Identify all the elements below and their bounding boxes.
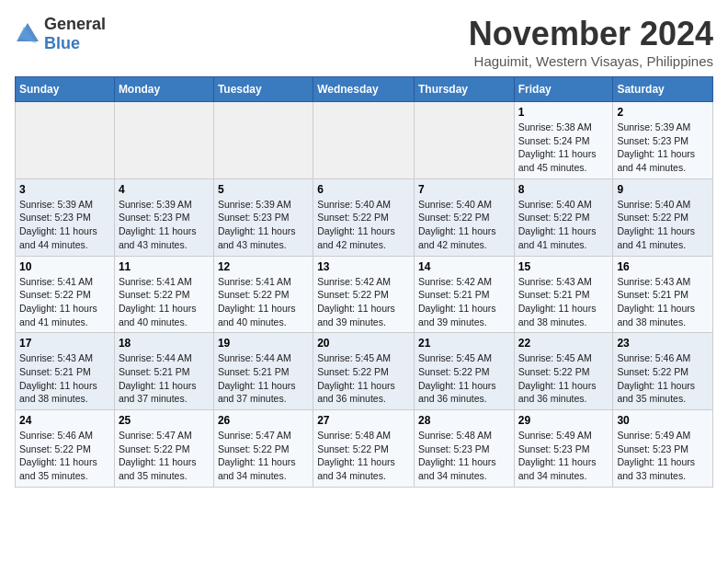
day-info: Sunrise: 5:49 AM Sunset: 5:23 PM Dayligh… <box>617 429 709 483</box>
day-info: Sunrise: 5:40 AM Sunset: 5:22 PM Dayligh… <box>317 198 410 252</box>
day-info: Sunrise: 5:41 AM Sunset: 5:22 PM Dayligh… <box>19 275 110 329</box>
day-info: Sunrise: 5:44 AM Sunset: 5:21 PM Dayligh… <box>218 351 309 406</box>
calendar-week-3: 10Sunrise: 5:41 AM Sunset: 5:22 PM Dayli… <box>16 256 713 333</box>
day-info: Sunrise: 5:39 AM Sunset: 5:23 PM Dayligh… <box>19 198 110 252</box>
day-number: 8 <box>518 183 609 196</box>
day-info: Sunrise: 5:46 AM Sunset: 5:22 PM Dayligh… <box>617 351 709 406</box>
header-tuesday: Tuesday <box>213 77 313 102</box>
day-number: 3 <box>19 183 110 196</box>
day-info: Sunrise: 5:40 AM Sunset: 5:22 PM Dayligh… <box>617 198 709 252</box>
day-number: 7 <box>418 183 510 196</box>
day-info: Sunrise: 5:45 AM Sunset: 5:22 PM Dayligh… <box>418 351 510 406</box>
day-number: 10 <box>19 260 110 273</box>
calendar-week-1: 1Sunrise: 5:38 AM Sunset: 5:24 PM Daylig… <box>16 102 713 179</box>
day-number: 26 <box>218 414 309 427</box>
day-number: 12 <box>218 260 309 273</box>
day-info: Sunrise: 5:40 AM Sunset: 5:22 PM Dayligh… <box>518 198 609 252</box>
day-number: 20 <box>317 337 410 350</box>
calendar-cell: 13Sunrise: 5:42 AM Sunset: 5:22 PM Dayli… <box>313 256 415 333</box>
month-title: November 2024 <box>469 15 713 53</box>
day-info: Sunrise: 5:39 AM Sunset: 5:23 PM Dayligh… <box>617 121 709 175</box>
day-number: 4 <box>119 183 210 196</box>
day-number: 22 <box>518 337 609 350</box>
calendar-cell: 2Sunrise: 5:39 AM Sunset: 5:23 PM Daylig… <box>613 102 713 179</box>
day-info: Sunrise: 5:41 AM Sunset: 5:22 PM Dayligh… <box>119 275 210 329</box>
calendar-cell: 6Sunrise: 5:40 AM Sunset: 5:22 PM Daylig… <box>313 178 415 256</box>
day-info: Sunrise: 5:41 AM Sunset: 5:22 PM Dayligh… <box>218 275 309 329</box>
title-block: November 2024 Haguimit, Western Visayas,… <box>469 15 713 69</box>
day-info: Sunrise: 5:47 AM Sunset: 5:22 PM Dayligh… <box>119 429 210 483</box>
calendar-cell <box>16 102 115 179</box>
calendar-cell: 20Sunrise: 5:45 AM Sunset: 5:22 PM Dayli… <box>313 333 415 410</box>
logo-text: General Blue <box>44 15 106 53</box>
day-info: Sunrise: 5:39 AM Sunset: 5:23 PM Dayligh… <box>218 198 309 252</box>
calendar-cell: 19Sunrise: 5:44 AM Sunset: 5:21 PM Dayli… <box>213 333 313 410</box>
day-info: Sunrise: 5:45 AM Sunset: 5:22 PM Dayligh… <box>518 351 609 406</box>
day-number: 15 <box>518 260 609 273</box>
day-number: 21 <box>418 337 510 350</box>
calendar-cell: 5Sunrise: 5:39 AM Sunset: 5:23 PM Daylig… <box>213 178 313 256</box>
day-number: 28 <box>418 414 510 427</box>
logo-blue: Blue <box>44 34 80 52</box>
day-info: Sunrise: 5:43 AM Sunset: 5:21 PM Dayligh… <box>518 275 609 329</box>
day-number: 6 <box>317 183 410 196</box>
header-thursday: Thursday <box>414 77 514 102</box>
calendar-week-4: 17Sunrise: 5:43 AM Sunset: 5:21 PM Dayli… <box>16 333 713 410</box>
calendar-cell: 4Sunrise: 5:39 AM Sunset: 5:23 PM Daylig… <box>114 178 213 256</box>
logo-icon <box>15 21 40 47</box>
calendar-cell: 1Sunrise: 5:38 AM Sunset: 5:24 PM Daylig… <box>514 102 613 179</box>
calendar-cell: 7Sunrise: 5:40 AM Sunset: 5:22 PM Daylig… <box>414 178 514 256</box>
calendar-cell <box>213 102 313 179</box>
calendar-table: SundayMondayTuesdayWednesdayThursdayFrid… <box>15 76 713 488</box>
day-number: 29 <box>518 414 609 427</box>
day-number: 9 <box>617 183 709 196</box>
calendar-cell: 10Sunrise: 5:41 AM Sunset: 5:22 PM Dayli… <box>16 256 115 333</box>
day-info: Sunrise: 5:44 AM Sunset: 5:21 PM Dayligh… <box>119 351 210 406</box>
day-number: 24 <box>19 414 110 427</box>
day-number: 2 <box>617 106 709 119</box>
calendar-week-5: 24Sunrise: 5:46 AM Sunset: 5:22 PM Dayli… <box>16 410 713 488</box>
calendar-body: 1Sunrise: 5:38 AM Sunset: 5:24 PM Daylig… <box>16 102 713 488</box>
day-number: 5 <box>218 183 309 196</box>
calendar-week-2: 3Sunrise: 5:39 AM Sunset: 5:23 PM Daylig… <box>16 178 713 256</box>
day-number: 25 <box>119 414 210 427</box>
day-number: 11 <box>119 260 210 273</box>
header-wednesday: Wednesday <box>313 77 415 102</box>
calendar-cell: 28Sunrise: 5:48 AM Sunset: 5:23 PM Dayli… <box>414 410 514 488</box>
day-info: Sunrise: 5:39 AM Sunset: 5:23 PM Dayligh… <box>119 198 210 252</box>
calendar-cell: 22Sunrise: 5:45 AM Sunset: 5:22 PM Dayli… <box>514 333 613 410</box>
location-title: Haguimit, Western Visayas, Philippines <box>469 53 713 69</box>
day-info: Sunrise: 5:46 AM Sunset: 5:22 PM Dayligh… <box>19 429 110 483</box>
header-monday: Monday <box>114 77 213 102</box>
header-friday: Friday <box>514 77 613 102</box>
calendar-cell: 8Sunrise: 5:40 AM Sunset: 5:22 PM Daylig… <box>514 178 613 256</box>
calendar-cell: 27Sunrise: 5:48 AM Sunset: 5:22 PM Dayli… <box>313 410 415 488</box>
day-number: 13 <box>317 260 410 273</box>
day-number: 16 <box>617 260 709 273</box>
day-info: Sunrise: 5:40 AM Sunset: 5:22 PM Dayligh… <box>418 198 510 252</box>
day-info: Sunrise: 5:38 AM Sunset: 5:24 PM Dayligh… <box>518 121 609 175</box>
calendar-cell: 30Sunrise: 5:49 AM Sunset: 5:23 PM Dayli… <box>613 410 713 488</box>
calendar-cell: 15Sunrise: 5:43 AM Sunset: 5:21 PM Dayli… <box>514 256 613 333</box>
logo: General Blue <box>15 15 106 53</box>
calendar-cell: 29Sunrise: 5:49 AM Sunset: 5:23 PM Dayli… <box>514 410 613 488</box>
calendar-cell: 12Sunrise: 5:41 AM Sunset: 5:22 PM Dayli… <box>213 256 313 333</box>
calendar-cell <box>313 102 415 179</box>
day-number: 18 <box>119 337 210 350</box>
day-info: Sunrise: 5:42 AM Sunset: 5:22 PM Dayligh… <box>317 275 410 329</box>
day-number: 14 <box>418 260 510 273</box>
day-info: Sunrise: 5:48 AM Sunset: 5:22 PM Dayligh… <box>317 429 410 483</box>
calendar-cell: 25Sunrise: 5:47 AM Sunset: 5:22 PM Dayli… <box>114 410 213 488</box>
calendar-cell: 23Sunrise: 5:46 AM Sunset: 5:22 PM Dayli… <box>613 333 713 410</box>
calendar-cell: 21Sunrise: 5:45 AM Sunset: 5:22 PM Dayli… <box>414 333 514 410</box>
header-saturday: Saturday <box>613 77 713 102</box>
day-number: 17 <box>19 337 110 350</box>
calendar-cell: 11Sunrise: 5:41 AM Sunset: 5:22 PM Dayli… <box>114 256 213 333</box>
calendar-header: SundayMondayTuesdayWednesdayThursdayFrid… <box>16 77 713 102</box>
day-number: 1 <box>518 106 609 119</box>
calendar-cell: 14Sunrise: 5:42 AM Sunset: 5:21 PM Dayli… <box>414 256 514 333</box>
day-info: Sunrise: 5:42 AM Sunset: 5:21 PM Dayligh… <box>418 275 510 329</box>
day-number: 30 <box>617 414 709 427</box>
calendar-cell: 18Sunrise: 5:44 AM Sunset: 5:21 PM Dayli… <box>114 333 213 410</box>
calendar-cell: 3Sunrise: 5:39 AM Sunset: 5:23 PM Daylig… <box>16 178 115 256</box>
